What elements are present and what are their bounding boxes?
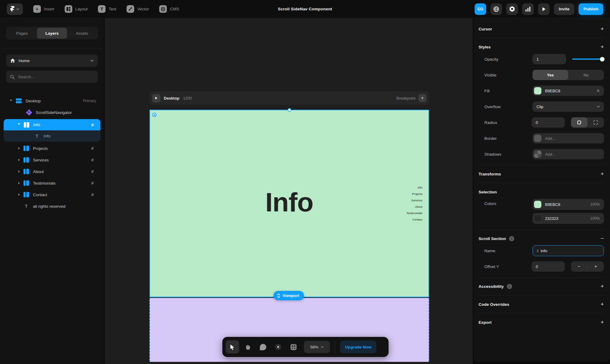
zoom-level-dropdown[interactable]: 58% [304, 341, 330, 353]
selection-color-item[interactable]: 232323 100% [533, 213, 604, 224]
styles-section-header[interactable]: Styles + [473, 40, 610, 54]
layer-row-component[interactable]: ScrollSideNavigator [0, 107, 104, 118]
search-input[interactable] [18, 75, 94, 79]
add-style-icon[interactable]: + [601, 44, 604, 50]
collapse-caret-icon[interactable] [18, 193, 20, 196]
breakpoint-play-button[interactable] [152, 94, 160, 102]
section-name-input[interactable]: # info [533, 245, 604, 256]
nav-item-contact[interactable]: Contact [407, 216, 422, 223]
site-settings-button[interactable] [490, 3, 502, 15]
tab-pages[interactable]: Pages [7, 28, 37, 39]
collapse-caret-icon[interactable] [18, 182, 20, 184]
visible-yes-option[interactable]: Yes [533, 70, 568, 80]
layout-tool[interactable]: Layout [65, 5, 88, 13]
snippets-grid-button[interactable] [287, 340, 300, 354]
comment-tool-button[interactable] [256, 340, 270, 354]
preview-button[interactable] [538, 3, 550, 15]
color-swatch-dark[interactable] [534, 215, 541, 222]
layer-row-projects[interactable]: Projects # [0, 143, 104, 154]
offset-y-input[interactable]: 0 [532, 261, 565, 272]
border-add-control[interactable]: Add... [533, 133, 604, 143]
layer-row-desktop[interactable]: Desktop Primary [0, 95, 104, 107]
add-export-icon[interactable]: + [601, 319, 604, 326]
tab-assets[interactable]: Assets [67, 28, 97, 39]
radius-individual-option[interactable] [587, 117, 604, 128]
add-transform-icon[interactable]: + [601, 171, 604, 177]
vector-icon [127, 5, 134, 13]
slider-knob[interactable] [600, 57, 605, 62]
layer-row-testimonials[interactable]: Testimonials # [0, 177, 104, 189]
nav-item-testimonials[interactable]: Testimonials [407, 210, 422, 216]
nav-item-services[interactable]: Services [407, 197, 422, 203]
layer-row-contact[interactable]: Contact # [0, 189, 104, 200]
upgrade-now-button[interactable]: Upgrade Now [340, 341, 376, 353]
fill-color-swatch[interactable] [534, 87, 541, 94]
collapse-caret-icon[interactable] [18, 147, 20, 150]
selection-color-item[interactable]: B9EBC8 100% [533, 199, 604, 210]
expand-caret-icon[interactable] [18, 123, 20, 126]
color-swatch-green[interactable] [534, 201, 541, 208]
layer-row-services[interactable]: Services # [0, 154, 104, 166]
cms-tool[interactable]: CMS [159, 5, 179, 13]
remove-fill-icon[interactable]: ✕ [596, 88, 600, 93]
text-tool[interactable]: T Text [98, 5, 116, 13]
radius-input[interactable]: 0 [532, 117, 565, 128]
opacity-slider[interactable] [572, 57, 604, 61]
scroll-section-header[interactable]: Scroll Section i − [473, 231, 610, 246]
overflow-select[interactable]: Clip [533, 101, 604, 112]
info-section-frame[interactable]: Info Info Projects Services About Testim… [149, 110, 429, 297]
layer-row-info-text[interactable]: T Info [4, 130, 100, 142]
invite-button[interactable]: Invite [554, 3, 574, 15]
code-overrides-section-header[interactable]: Code Overrides + [473, 297, 610, 311]
add-breakpoint-button[interactable]: + [418, 94, 426, 102]
visible-label: Visible [484, 73, 533, 77]
export-section-header[interactable]: Export + [473, 315, 610, 329]
shadows-add-control[interactable]: Add... [533, 149, 604, 159]
layer-row-rights[interactable]: T all rights reserved [0, 200, 104, 212]
add-cursor-icon[interactable]: + [601, 26, 604, 32]
visible-no-option[interactable]: No [568, 70, 604, 80]
info-icon[interactable]: i [507, 284, 512, 289]
info-icon[interactable]: i [509, 236, 514, 241]
collapse-scroll-section-icon[interactable]: − [601, 235, 604, 242]
increment-button[interactable]: + [587, 264, 604, 269]
text-layer-icon: T [23, 204, 29, 209]
cursor-section-header[interactable]: Cursor + [473, 22, 610, 36]
transforms-section-header[interactable]: Transforms + [473, 167, 610, 181]
add-code-override-icon[interactable]: + [601, 301, 604, 308]
resize-handle[interactable] [288, 108, 291, 112]
insert-tool[interactable]: + Insert [33, 5, 54, 13]
cms-icon [159, 5, 167, 13]
fill-control[interactable]: B9EBC8 ✕ [533, 86, 604, 96]
nav-item-info[interactable]: Info [407, 184, 422, 191]
name-label: Name [484, 249, 533, 253]
expand-caret-icon[interactable] [10, 100, 12, 102]
opacity-input[interactable]: 1 [533, 54, 566, 64]
breakpoint-bar[interactable]: Desktop 1200 Breakpoint + [149, 91, 429, 105]
scroll-target-icon[interactable] [152, 113, 156, 117]
user-avatar[interactable]: EG [475, 3, 486, 15]
radius-uniform-option[interactable] [571, 117, 587, 128]
accessibility-section-header[interactable]: Accessibility i + [473, 279, 610, 293]
decrement-button[interactable]: − [571, 264, 587, 269]
collapse-caret-icon[interactable] [18, 170, 20, 173]
nav-item-projects[interactable]: Projects [407, 191, 422, 197]
layer-row-about[interactable]: About # [0, 166, 104, 177]
plugins-button[interactable] [506, 3, 518, 15]
breakpoint-label: Breakpoint [396, 96, 415, 101]
nav-item-about[interactable]: About [407, 203, 422, 210]
theme-brightness-button[interactable] [271, 340, 285, 354]
viewport-button[interactable]: Viewport [273, 291, 304, 300]
layer-row-info[interactable]: Info # [4, 119, 100, 130]
canvas[interactable]: Desktop 1200 Breakpoint + Info Info Proj… [105, 18, 473, 364]
tab-layers[interactable]: Layers [37, 28, 67, 39]
collapse-caret-icon[interactable] [18, 159, 20, 161]
vector-tool[interactable]: Vector [127, 5, 149, 13]
analytics-button[interactable] [522, 3, 534, 15]
add-accessibility-icon[interactable]: + [601, 283, 604, 290]
publish-button[interactable]: Publish [579, 3, 603, 15]
app-menu-button[interactable] [7, 3, 23, 15]
select-tool-button[interactable] [226, 340, 239, 354]
hand-tool-button[interactable] [241, 340, 254, 354]
page-selector[interactable]: Home [6, 55, 98, 67]
